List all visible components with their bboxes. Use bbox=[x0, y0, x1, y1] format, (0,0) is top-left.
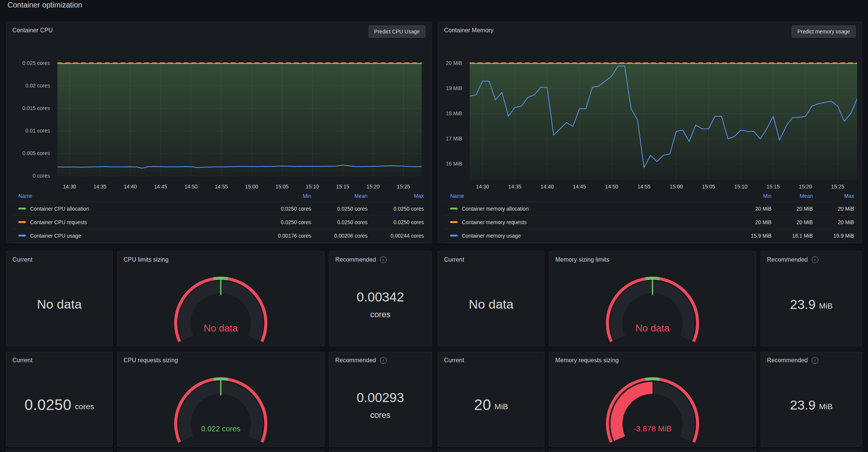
stat-title[interactable]: Current bbox=[12, 256, 32, 263]
series-name[interactable]: Container memory usage bbox=[444, 233, 730, 239]
memory-panel-title[interactable]: Container Memory bbox=[444, 27, 494, 34]
stat-value: 23.9 bbox=[790, 398, 815, 413]
stat-unit: cores bbox=[370, 410, 390, 420]
stat-title[interactable]: Recommendedi bbox=[335, 256, 387, 263]
y-tick-label: 20 MiB bbox=[446, 60, 462, 66]
x-tick-label: 14:50 bbox=[178, 184, 204, 190]
stat-unit: MiB bbox=[494, 402, 508, 411]
info-icon[interactable]: i bbox=[380, 256, 387, 263]
memory-y-axis-labels: 16 MiB17 MiB18 MiB19 MiB20 MiB bbox=[438, 60, 466, 180]
x-tick-label: 14:30 bbox=[469, 184, 496, 190]
memory-legend: Name Min Mean Max Container memory alloc… bbox=[444, 190, 854, 243]
stat-value: 20 bbox=[474, 396, 491, 413]
x-tick-label: 14:45 bbox=[148, 184, 174, 190]
y-tick-label: 0.005 cores bbox=[23, 150, 50, 156]
min-value: 15.9 MiB bbox=[730, 233, 772, 239]
x-tick-label: 15:10 bbox=[728, 184, 754, 190]
series-name[interactable]: Container memory allocation bbox=[444, 206, 730, 212]
clipped-panel bbox=[6, 450, 113, 452]
stat-title[interactable]: Current bbox=[12, 357, 32, 364]
stat-title[interactable]: Current bbox=[444, 357, 464, 364]
container-cpu-panel: Container CPU Predict CPU Usage 0 cores0… bbox=[6, 22, 432, 243]
clipped-panel bbox=[117, 450, 324, 452]
page-title: Container optimization bbox=[8, 1, 82, 9]
series-name[interactable]: Container CPU usage bbox=[12, 233, 255, 239]
memory-x-axis-labels: 14:3014:3514:4014:4514:5014:5515:0015:05… bbox=[470, 182, 857, 190]
memory-sizing-limits-panel: Memory sizing limits No data bbox=[549, 251, 756, 346]
stat-title[interactable]: Memory requests sizing bbox=[555, 357, 619, 364]
x-tick-label: 14:40 bbox=[117, 184, 143, 190]
max-value: 0.0250 cores bbox=[368, 219, 424, 225]
cpu-requests-current-panel: Current 0.0250cores bbox=[6, 352, 113, 447]
x-tick-label: 15:00 bbox=[663, 184, 689, 190]
memory-plot-area[interactable] bbox=[470, 60, 857, 180]
info-icon[interactable]: i bbox=[812, 357, 818, 364]
series-name[interactable]: Container CPU requests bbox=[12, 219, 255, 225]
stat-title[interactable]: Recommendedi bbox=[335, 357, 387, 364]
memory-legend-header-mean[interactable]: Mean bbox=[772, 193, 813, 199]
series-name[interactable]: Container memory requests bbox=[444, 219, 730, 225]
x-tick-label: 14:30 bbox=[56, 184, 83, 190]
legend-row: Container memory requests 20 MiB 20 MiB … bbox=[444, 215, 854, 229]
series-swatch bbox=[450, 208, 458, 209]
x-tick-label: 15:15 bbox=[330, 184, 356, 190]
stat-title[interactable]: CPU requests sizing bbox=[124, 357, 178, 364]
stat-title[interactable]: Memory sizing limits bbox=[555, 256, 609, 263]
gauge-value: 0.022 cores bbox=[118, 423, 324, 434]
mean-value: 0.0250 cores bbox=[311, 219, 368, 225]
x-tick-label: 15:00 bbox=[238, 184, 265, 190]
gauge bbox=[595, 376, 711, 447]
min-value: 20 MiB bbox=[730, 219, 772, 225]
cpu-y-axis-labels: 0 cores0.005 cores0.01 cores0.015 cores0… bbox=[6, 60, 54, 180]
memory-legend-header-min[interactable]: Min bbox=[730, 193, 772, 199]
cpu-legend-header-max[interactable]: Max bbox=[368, 193, 424, 199]
x-tick-label: 14:40 bbox=[534, 184, 560, 190]
cpu-panel-title[interactable]: Container CPU bbox=[12, 27, 53, 34]
y-tick-label: 0.01 cores bbox=[26, 128, 50, 134]
cpu-limits-current-panel: Current No data bbox=[6, 251, 113, 346]
cpu-requests-sizing-panel: CPU requests sizing 0.022 cores bbox=[117, 352, 324, 447]
predict-memory-usage-button[interactable]: Predict memory usage bbox=[792, 26, 856, 38]
x-tick-label: 14:55 bbox=[631, 184, 657, 190]
memory-requests-current-panel: Current 20MiB bbox=[438, 352, 544, 447]
cpu-x-axis-labels: 14:3014:3514:4014:4514:5014:5515:0015:05… bbox=[57, 182, 422, 190]
predict-cpu-usage-button[interactable]: Predict CPU Usage bbox=[369, 26, 425, 38]
y-tick-label: 0.015 cores bbox=[23, 105, 50, 111]
y-tick-label: 0.025 cores bbox=[23, 60, 50, 66]
gauge-value: No data bbox=[118, 322, 324, 334]
series-swatch bbox=[450, 221, 458, 223]
max-value: 19.9 MiB bbox=[813, 233, 854, 239]
stat-value: 23.9 bbox=[790, 297, 815, 312]
min-value: 0.0250 cores bbox=[255, 206, 311, 212]
min-value: 20 MiB bbox=[730, 206, 772, 212]
series-name[interactable]: Container CPU allocation bbox=[12, 206, 255, 212]
cpu-plot-area[interactable] bbox=[57, 60, 422, 180]
cpu-legend-header-name[interactable]: Name bbox=[12, 193, 255, 199]
gauge-value: No data bbox=[549, 322, 756, 334]
legend-row: Container CPU allocation 0.0250 cores 0.… bbox=[12, 202, 424, 215]
y-tick-label: 19 MiB bbox=[446, 85, 462, 91]
cpu-legend-header-min[interactable]: Min bbox=[255, 193, 311, 199]
stat-title[interactable]: Recommendedi bbox=[767, 256, 818, 263]
clipped-panel bbox=[761, 450, 862, 452]
memory-requests-sizing-panel: Memory requests sizing -3.878 MiB bbox=[549, 352, 756, 447]
x-tick-label: 14:35 bbox=[87, 184, 113, 190]
y-tick-label: 16 MiB bbox=[446, 161, 462, 167]
stat-value: No data bbox=[37, 297, 81, 312]
memory-legend-header-max[interactable]: Max bbox=[813, 193, 854, 199]
memory-requests-recommended-panel: Recommendedi 23.9MiB bbox=[761, 352, 862, 447]
stat-title[interactable]: CPU limits sizing bbox=[124, 256, 169, 263]
min-value: 0.0250 cores bbox=[255, 219, 311, 225]
stat-title[interactable]: Current bbox=[444, 256, 464, 263]
gauge bbox=[163, 275, 279, 346]
max-value: 0.00244 cores bbox=[368, 233, 424, 239]
mean-value: 20 MiB bbox=[772, 219, 813, 225]
series-swatch bbox=[18, 208, 26, 209]
cpu-legend-header-mean[interactable]: Mean bbox=[311, 193, 368, 199]
legend-row: Container CPU requests 0.0250 cores 0.02… bbox=[12, 215, 424, 229]
memory-legend-header-name[interactable]: Name bbox=[444, 193, 730, 199]
info-icon[interactable]: i bbox=[812, 256, 818, 263]
info-icon[interactable]: i bbox=[380, 357, 387, 364]
stat-value: 0.00293 bbox=[357, 390, 404, 405]
stat-title[interactable]: Recommendedi bbox=[767, 357, 818, 364]
